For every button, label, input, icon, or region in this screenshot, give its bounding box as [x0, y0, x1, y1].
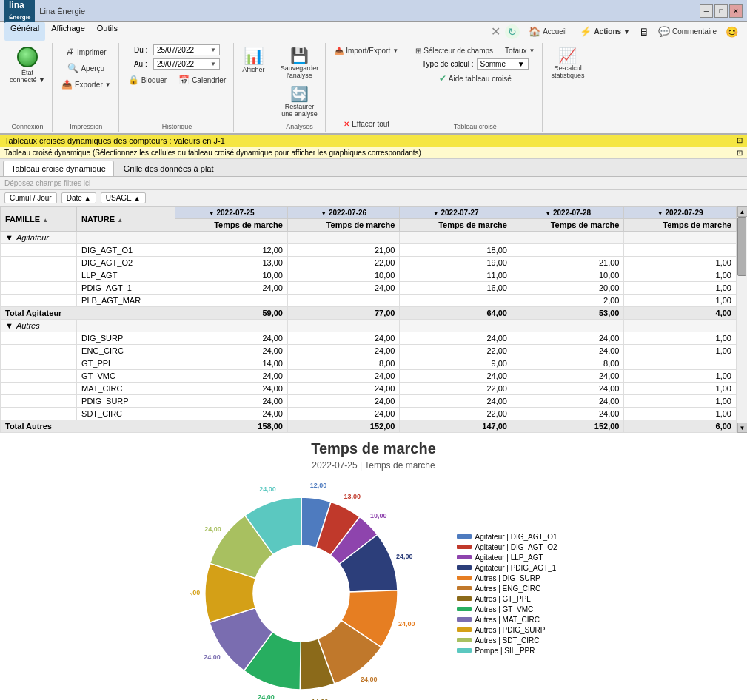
legend-label: Autres | SDT_CIRC	[475, 636, 540, 645]
restore-analysis-btn[interactable]: 🔄 Restaurerune analyse	[278, 83, 321, 120]
date-col-1-header: ▼ 2022-07-26	[287, 207, 400, 219]
menu-general[interactable]: Général	[4, 22, 45, 41]
erase-all-btn[interactable]: ✕ Effacer tout	[339, 118, 394, 130]
table-row-total: Total Agitateur59,0077,0064,0053,004,00	[1, 307, 737, 320]
pivot-table: FAMILLE ▲ NATURE ▲ ▼ 2022-07-25 ▼ 2022-0…	[0, 206, 737, 433]
date-col-2-header: ▼ 2022-07-27	[400, 207, 512, 219]
tab-pivot[interactable]: Tableau croisé dynamique	[3, 161, 114, 176]
sub-col-3-header: Temps de marche	[512, 219, 624, 232]
scroll-thumb[interactable]	[737, 217, 746, 276]
table-row[interactable]: GT_PPL14,008,009,008,00	[1, 357, 737, 370]
toolbar-analyses-group: 💾 Sauvegarderl'analyse 🔄 Restaurerune an…	[274, 43, 326, 132]
save-icon: 💾	[290, 47, 309, 64]
stats-icon: 📈	[558, 47, 577, 64]
col-nature-header: NATURE ▲	[77, 207, 175, 232]
table-row[interactable]: MAT_CIRC24,0024,0022,0024,001,00	[1, 383, 737, 395]
legend-label: Agitateur | DIG_AGT_O1	[475, 533, 557, 541]
donut-label: 24,00	[395, 553, 412, 560]
close-btn[interactable]: ✕	[729, 4, 743, 18]
smiley-icon[interactable]: 😊	[726, 26, 738, 38]
legend-color	[457, 555, 472, 559]
legend-label: Autres | PDIG_SURP	[475, 626, 546, 634]
import-export-btn[interactable]: 📥 Import/Export ▼	[330, 44, 403, 57]
table-row[interactable]: PLB_AGT_MAR2,001,00	[1, 295, 737, 307]
date-col-0-header: ▼ 2022-07-25	[175, 207, 288, 219]
afficher-btn[interactable]: 📊 Afficher	[238, 44, 268, 75]
accueil-btn[interactable]: 🏠 Accueil	[524, 24, 571, 39]
refresh-icon[interactable]: ↻	[505, 24, 520, 39]
preview-icon: 🔍	[67, 63, 78, 73]
table-row[interactable]: DIG_AGT_O112,0021,0018,00	[1, 244, 737, 257]
cross-table-help-btn[interactable]: ✔ Aide tableau croisé	[435, 71, 516, 86]
chart-area: Temps de marche 2022-07-25 | Temps de ma…	[0, 433, 747, 700]
sub-col-2-header: Temps de marche	[400, 219, 512, 232]
toolbar-dates-group: Du : 25/07/2022 ▼ Au : 29/07/2022 ▼ 🔒 Bl…	[121, 43, 235, 132]
x-icon[interactable]: ✕	[491, 24, 500, 38]
menu-affichage[interactable]: Affichage	[45, 22, 91, 41]
actions-btn[interactable]: ⚡ Actions ▼	[575, 24, 634, 39]
maximize-btn[interactable]: □	[714, 4, 728, 18]
state-label: Étatconnecté ▼	[10, 69, 45, 84]
table-row[interactable]: LLP_AGT10,0010,0011,0010,001,00	[1, 269, 737, 282]
legend-label: Agitateur | LLP_AGT	[475, 553, 543, 562]
to-date-input[interactable]: 29/07/2022 ▼	[153, 58, 220, 70]
date-from-row: Du : 25/07/2022 ▼	[134, 44, 220, 55]
legend-item: Agitateur | DIG_AGT_O1	[457, 533, 557, 541]
table-row-family[interactable]: ▼Autres	[1, 320, 737, 332]
table-row[interactable]: DIG_AGT_O213,0022,0019,0021,001,00	[1, 257, 737, 269]
minimize-btn[interactable]: ─	[700, 4, 713, 18]
from-date-input[interactable]: 25/07/2022 ▼	[153, 44, 220, 55]
table-row[interactable]: SDT_CIRC24,0024,0022,0024,001,00	[1, 408, 737, 420]
table-scrollbar[interactable]: ▲ ▼	[737, 206, 747, 433]
table-row[interactable]: PDIG_SURP24,0024,0024,0024,001,00	[1, 395, 737, 408]
recalcul-btn[interactable]: 📈 Re-calculstatistiques	[547, 44, 588, 81]
donut-label: 12,00	[309, 482, 326, 489]
main-tabs: Tableau croisé dynamique Grille des donn…	[0, 159, 747, 177]
totals-btn[interactable]: Totaux ▼	[500, 44, 539, 57]
table-row[interactable]: PDIG_AGT_124,0024,0016,0020,001,00	[1, 282, 737, 295]
usage-filter-tag[interactable]: USAGE ▲	[101, 192, 146, 203]
legend-color	[457, 648, 472, 653]
export-btn[interactable]: 📤 Exporter ▼	[57, 77, 115, 92]
donut-label: 24,00	[398, 620, 415, 627]
tab-flat[interactable]: Grille des données à plat	[115, 161, 222, 176]
donut-label: 24,00	[361, 676, 378, 683]
table-row[interactable]: ENG_CIRC24,0024,0022,0024,001,00	[1, 345, 737, 357]
pivot-table-container[interactable]: FAMILLE ▲ NATURE ▲ ▼ 2022-07-25 ▼ 2022-0…	[0, 206, 737, 433]
legend-item: Autres | SDT_CIRC	[457, 636, 557, 645]
calendar-btn[interactable]: 📅 Calendrier	[174, 73, 230, 87]
save-analysis-btn[interactable]: 💾 Sauvegarderl'analyse	[277, 44, 323, 81]
sub-col-0-header: Temps de marche	[175, 219, 288, 232]
date-filter-tag[interactable]: Date ▲	[61, 192, 96, 203]
legend-label: Agitateur | DIG_AGT_O2	[475, 543, 557, 551]
print-btn[interactable]: 🖨 Imprimer	[61, 44, 110, 59]
legend-item: Pompe | SIL_PPR	[457, 647, 557, 655]
commentaire-btn[interactable]: 💬 Commentaire	[654, 24, 721, 39]
menu-outils[interactable]: Outils	[91, 22, 124, 41]
calc-type-select[interactable]: Somme ▼	[477, 58, 529, 70]
scroll-track[interactable]	[737, 217, 747, 423]
scroll-down-btn[interactable]: ▼	[737, 423, 748, 433]
from-label: Du :	[134, 46, 150, 54]
screen-icon[interactable]: 🖥	[639, 26, 649, 38]
toolbar-tableau-croise-group: ⊞ Sélecteur de champs Totaux ▼ Type de c…	[408, 43, 543, 132]
field-selector-btn[interactable]: ⊞ Sélecteur de champs	[411, 44, 498, 57]
table-row-family[interactable]: ▼Agitateur	[1, 232, 737, 244]
bloquer-btn[interactable]: 🔒 Bloquer	[124, 73, 171, 87]
preview-btn[interactable]: 🔍 Aperçu	[63, 61, 109, 75]
legend-color	[457, 576, 472, 580]
scroll-up-btn[interactable]: ▲	[737, 206, 748, 217]
legend-color	[457, 586, 472, 590]
display-icon: 📊	[244, 47, 264, 66]
state-button[interactable]: Étatconnecté ▼	[6, 44, 49, 86]
table-row[interactable]: DIG_SURP24,0024,0024,0024,001,00	[1, 332, 737, 345]
cumul-btn[interactable]: Cumul / Jour	[4, 192, 57, 203]
legend-item: Autres | GT_VMC	[457, 605, 557, 613]
table-row[interactable]: GT_VMC24,0024,0024,0024,001,00	[1, 370, 737, 383]
field-icon: ⊞	[415, 47, 421, 55]
lock-icon: 🔒	[128, 75, 139, 85]
info-bar-sub-collapse[interactable]: ⊡	[737, 149, 743, 157]
analyses-label: Analyses	[286, 121, 313, 130]
sub-col-1-header: Temps de marche	[287, 219, 400, 232]
info-bar-collapse[interactable]: ⊡	[737, 136, 743, 144]
